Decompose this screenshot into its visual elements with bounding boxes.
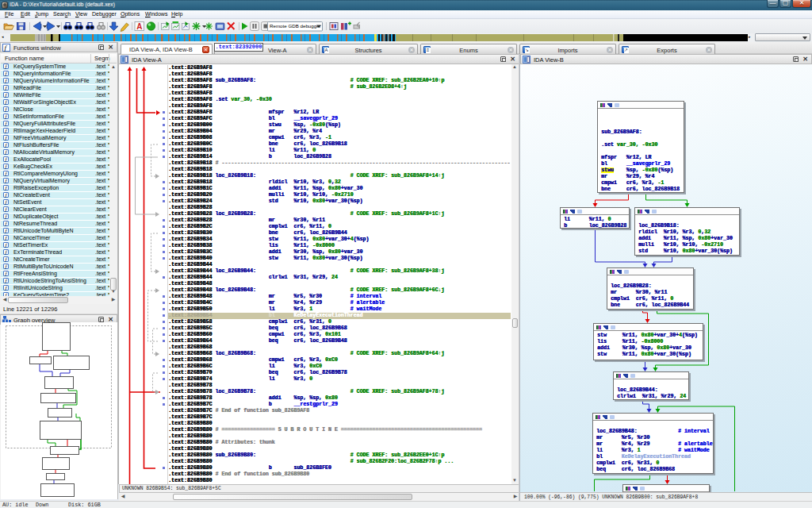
svg-text:Remote GDB debugger: Remote GDB debugger xyxy=(270,23,321,29)
svg-text:A: A xyxy=(136,22,142,31)
